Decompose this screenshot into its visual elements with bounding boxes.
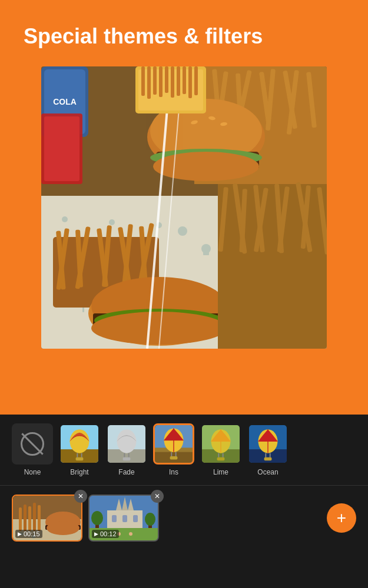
svg-text:COLA: COLA xyxy=(53,97,77,106)
svg-rect-119 xyxy=(270,453,271,457)
svg-rect-78 xyxy=(165,66,168,93)
svg-point-5 xyxy=(109,219,115,225)
svg-point-144 xyxy=(91,511,103,525)
filter-item-bright[interactable]: Bright xyxy=(59,423,100,476)
filter-label-ocean: Ocean xyxy=(257,468,278,476)
clip-1-duration: ▶ 00:15 xyxy=(15,530,42,538)
balloon-icon-bright xyxy=(61,425,98,463)
svg-rect-103 xyxy=(175,452,177,456)
svg-rect-127 xyxy=(38,505,41,531)
svg-rect-80 xyxy=(177,66,180,96)
svg-point-15 xyxy=(178,226,187,236)
svg-rect-76 xyxy=(153,66,157,95)
clip-2-thumbnail[interactable]: ▶ 00:12 xyxy=(88,495,159,542)
filter-item-ocean[interactable]: Ocean xyxy=(247,423,289,476)
svg-point-53 xyxy=(91,312,227,345)
svg-rect-94 xyxy=(128,453,130,457)
svg-rect-118 xyxy=(265,453,266,457)
svg-rect-74 xyxy=(141,66,145,96)
filter-thumbnail-ocean[interactable] xyxy=(247,423,289,465)
svg-rect-89 xyxy=(76,457,84,460)
clip-2-remove-button[interactable]: ✕ xyxy=(151,490,164,503)
svg-rect-112 xyxy=(217,457,225,460)
filter-item-fade[interactable]: Fade xyxy=(106,423,147,476)
svg-point-148 xyxy=(129,532,132,536)
svg-rect-142 xyxy=(133,515,138,522)
timeline-clip-2[interactable]: ✕ xyxy=(88,495,159,542)
svg-rect-126 xyxy=(33,503,36,531)
svg-rect-81 xyxy=(183,66,186,94)
svg-rect-71 xyxy=(44,116,79,181)
svg-rect-104 xyxy=(170,456,178,459)
svg-rect-75 xyxy=(147,66,151,99)
filter-label-fade: Fade xyxy=(118,468,134,476)
svg-rect-102 xyxy=(171,452,172,456)
svg-rect-18 xyxy=(203,252,209,255)
filter-label-bright: Bright xyxy=(70,468,88,476)
balloon-icon-ins xyxy=(155,425,193,463)
video-icon-1: ▶ xyxy=(18,531,22,537)
svg-rect-95 xyxy=(123,457,131,460)
clip-1-thumbnail[interactable]: ▶ 00:15 xyxy=(12,495,82,542)
svg-rect-88 xyxy=(81,453,82,457)
clip-1-remove-button[interactable]: ✕ xyxy=(74,490,87,503)
balloon-icon-lime xyxy=(202,425,240,463)
svg-rect-140 xyxy=(112,515,117,522)
svg-rect-111 xyxy=(223,453,224,457)
svg-point-130 xyxy=(47,521,79,535)
filter-strip: None Bright xyxy=(0,415,368,486)
svg-rect-54 xyxy=(218,184,327,349)
svg-rect-110 xyxy=(218,453,219,457)
timeline-strip: ✕ xyxy=(0,486,368,550)
svg-rect-125 xyxy=(28,506,31,531)
main-image-area: COLA xyxy=(41,66,327,349)
svg-point-3 xyxy=(62,216,68,222)
svg-rect-120 xyxy=(264,457,272,460)
filter-label-ins: Ins xyxy=(169,468,178,476)
filter-item-lime[interactable]: Lime xyxy=(200,423,241,476)
video-icon-2: ▶ xyxy=(94,531,98,537)
balloon-icon-fade xyxy=(108,425,145,463)
svg-rect-141 xyxy=(122,515,127,522)
timeline-clip-1[interactable]: ✕ xyxy=(12,495,82,542)
none-icon xyxy=(21,432,44,456)
filter-thumbnail-none[interactable] xyxy=(12,423,53,465)
svg-rect-93 xyxy=(124,453,125,457)
svg-point-37 xyxy=(153,152,259,181)
filter-thumbnail-lime[interactable] xyxy=(200,423,241,465)
food-image: COLA xyxy=(41,66,327,349)
balloon-icon-ocean xyxy=(249,425,287,463)
svg-rect-77 xyxy=(159,66,163,97)
svg-rect-87 xyxy=(77,453,78,457)
add-clip-button[interactable]: + xyxy=(327,503,356,533)
filter-item-none[interactable]: None xyxy=(12,423,53,476)
svg-rect-83 xyxy=(194,66,198,95)
header: Special themes & filters xyxy=(0,0,368,61)
filter-thumbnail-bright[interactable] xyxy=(59,423,100,465)
svg-point-146 xyxy=(145,513,155,526)
filter-thumbnail-fade[interactable] xyxy=(106,423,147,465)
page-title: Special themes & filters xyxy=(24,24,344,49)
svg-rect-82 xyxy=(188,66,192,98)
filter-label-none: None xyxy=(24,468,41,476)
filter-item-ins[interactable]: Ins xyxy=(153,423,194,476)
filter-thumbnail-ins[interactable] xyxy=(153,423,194,465)
svg-rect-123 xyxy=(19,507,22,531)
svg-rect-124 xyxy=(24,505,26,531)
clip-2-duration: ▶ 00:12 xyxy=(92,530,119,538)
filter-label-lime: Lime xyxy=(213,468,228,476)
bottom-panel: None Bright xyxy=(0,415,368,588)
svg-rect-79 xyxy=(171,66,174,98)
